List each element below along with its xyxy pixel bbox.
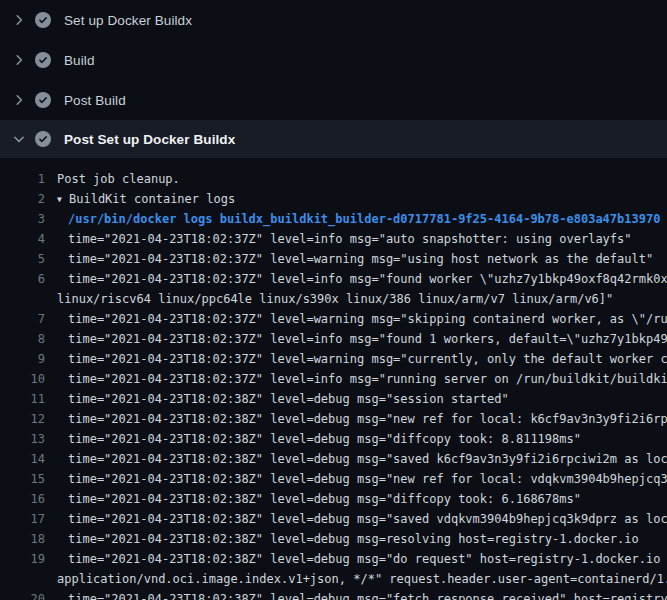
log-text: time="2021-04-23T18:02:37Z" level=info m… [57,329,667,349]
chevron-right-icon [11,12,27,28]
line-number[interactable]: 16 [0,489,45,509]
step-row-post-set-up-docker-buildx[interactable]: Post Set up Docker Buildx [0,120,667,158]
check-circle-icon [35,12,51,28]
step-title: Build [64,53,95,68]
log-text: time="2021-04-23T18:02:37Z" level=info m… [57,269,667,289]
line-number[interactable]: 13 [0,429,45,449]
log-area: 1Post job cleanup.2▼BuildKit container l… [0,158,667,600]
log-line: 7time="2021-04-23T18:02:37Z" level=warni… [0,309,667,329]
log-line: 3/usr/bin/docker logs buildx_buildkit_bu… [0,209,667,229]
log-text: Post job cleanup. [57,169,180,189]
log-line: 2▼BuildKit container logs [0,189,667,209]
log-line: 8time="2021-04-23T18:02:37Z" level=info … [0,329,667,349]
line-number[interactable]: 1 [0,169,45,189]
line-number[interactable]: 5 [0,249,45,269]
step-row-build[interactable]: Build [0,40,667,80]
log-text: application/vnd.oci.image.index.v1+json,… [57,569,667,589]
line-number[interactable]: 4 [0,229,45,249]
log-text: time="2021-04-23T18:02:38Z" level=debug … [57,529,639,549]
log-text: time="2021-04-23T18:02:37Z" level=info m… [57,229,632,249]
step-row-set-up-docker-buildx[interactable]: Set up Docker Buildx [0,0,667,40]
log-text: time="2021-04-23T18:02:37Z" level=info m… [57,369,667,389]
line-number[interactable]: 7 [0,309,45,329]
step-title: Set up Docker Buildx [64,13,192,28]
log-line: 1Post job cleanup. [0,169,667,189]
log-line: linux/riscv64 linux/ppc64le linux/s390x … [0,289,667,309]
log-text: time="2021-04-23T18:02:38Z" level=debug … [57,489,581,509]
line-number [0,569,45,589]
log-line: 20time="2021-04-23T18:02:38Z" level=debu… [0,589,667,600]
log-line: 5time="2021-04-23T18:02:37Z" level=warni… [0,249,667,269]
log-line: 16time="2021-04-23T18:02:38Z" level=debu… [0,489,667,509]
log-line: 4time="2021-04-23T18:02:37Z" level=info … [0,229,667,249]
log-text: time="2021-04-23T18:02:37Z" level=warnin… [57,349,667,369]
log-line: 19time="2021-04-23T18:02:38Z" level=debu… [0,549,667,569]
step-title: Post Set up Docker Buildx [64,132,235,147]
line-number[interactable]: 3 [0,209,45,229]
log-line: application/vnd.oci.image.index.v1+json,… [0,569,667,589]
line-number[interactable]: 9 [0,349,45,369]
log-command-text: /usr/bin/docker logs buildx_buildkit_bui… [57,209,660,229]
step-row-post-build[interactable]: Post Build [0,80,667,120]
log-line: 6time="2021-04-23T18:02:37Z" level=info … [0,269,667,289]
log-line: 15time="2021-04-23T18:02:38Z" level=debu… [0,469,667,489]
log-line: 11time="2021-04-23T18:02:38Z" level=debu… [0,389,667,409]
line-number[interactable]: 15 [0,469,45,489]
log-group-label: BuildKit container logs [69,192,235,206]
log-line: 9time="2021-04-23T18:02:37Z" level=warni… [0,349,667,369]
steps-list: Set up Docker BuildxBuildPost BuildPost … [0,0,667,158]
line-number[interactable]: 6 [0,269,45,289]
chevron-down-icon [11,131,27,147]
log-text: time="2021-04-23T18:02:38Z" level=debug … [57,469,667,489]
log-text: time="2021-04-23T18:02:38Z" level=debug … [57,509,667,529]
chevron-right-icon [11,92,27,108]
line-number [0,289,45,309]
log-line: 14time="2021-04-23T18:02:38Z" level=debu… [0,449,667,469]
triangle-down-icon: ▼ [57,190,69,210]
log-line: 17time="2021-04-23T18:02:38Z" level=debu… [0,509,667,529]
line-number[interactable]: 11 [0,389,45,409]
line-number[interactable]: 10 [0,369,45,389]
log-text: time="2021-04-23T18:02:38Z" level=debug … [57,429,581,449]
log-text: time="2021-04-23T18:02:38Z" level=debug … [57,549,667,569]
workflow-log-panel: Set up Docker BuildxBuildPost BuildPost … [0,0,667,600]
line-number[interactable]: 2 [0,189,45,209]
line-number[interactable]: 19 [0,549,45,569]
log-text: time="2021-04-23T18:02:38Z" level=debug … [57,589,667,600]
log-line: 13time="2021-04-23T18:02:38Z" level=debu… [0,429,667,449]
log-group-toggle[interactable]: ▼BuildKit container logs [57,189,235,209]
line-number[interactable]: 20 [0,589,45,600]
line-number[interactable]: 12 [0,409,45,429]
log-line: 12time="2021-04-23T18:02:38Z" level=debu… [0,409,667,429]
log-text: time="2021-04-23T18:02:38Z" level=debug … [57,409,667,429]
log-text: time="2021-04-23T18:02:37Z" level=warnin… [57,249,653,269]
check-circle-icon [35,52,51,68]
log-text: time="2021-04-23T18:02:38Z" level=debug … [57,389,509,409]
log-line: 18time="2021-04-23T18:02:38Z" level=debu… [0,529,667,549]
log-text: time="2021-04-23T18:02:37Z" level=warnin… [57,309,667,329]
line-number[interactable]: 14 [0,449,45,469]
check-circle-icon [35,131,51,147]
log-text: time="2021-04-23T18:02:38Z" level=debug … [57,449,667,469]
line-number[interactable]: 8 [0,329,45,349]
line-number[interactable]: 17 [0,509,45,529]
log-line: 10time="2021-04-23T18:02:37Z" level=info… [0,369,667,389]
line-number[interactable]: 18 [0,529,45,549]
step-title: Post Build [64,93,126,108]
check-circle-icon [35,92,51,108]
chevron-right-icon [11,52,27,68]
log-text: linux/riscv64 linux/ppc64le linux/s390x … [57,289,613,309]
